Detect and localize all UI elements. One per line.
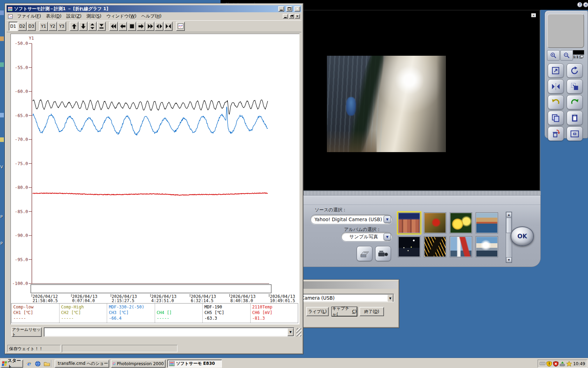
star-icon[interactable]: [566, 361, 572, 367]
desktop-icon-fragment[interactable]: [0, 137, 4, 142]
scroll-up-icon[interactable]: ▲: [506, 212, 512, 217]
desktop-icon-label-fragment: V: [0, 165, 3, 169]
thumbnail-golden-light-streaks[interactable]: [424, 236, 446, 257]
taskbar-task-1[interactable]: PhotoImpression 2000: [111, 360, 166, 368]
globe-icon[interactable]: [34, 360, 41, 367]
menu-f[interactable]: ファイル(F): [15, 13, 43, 20]
chevron-down-icon[interactable]: ▼: [387, 294, 393, 302]
menubar: ファイル(F)表示(D)設定(Z)測定(S)ウィンドウ(W)ヘルプ(H) ×: [7, 13, 301, 20]
flip-horizontal-icon[interactable]: [548, 79, 564, 94]
mdi-restore-button[interactable]: [289, 14, 294, 19]
titlebar[interactable]: ソフトサーモ計測－計測1 － [折れ線グラフ 1] ×: [7, 5, 301, 12]
cascade-icon[interactable]: [579, 55, 584, 59]
toolbar-button-y2[interactable]: Y2: [48, 22, 57, 31]
shield-error-icon[interactable]: [553, 361, 559, 367]
minimize-button[interactable]: [278, 6, 284, 12]
mdi-minimize-button[interactable]: [283, 14, 288, 19]
dialog-button-0[interactable]: ライブ(L): [306, 307, 329, 316]
start-button[interactable]: スタート: [1, 360, 23, 368]
maximize-button[interactable]: [286, 6, 292, 12]
toolbar-button-d2[interactable]: D2: [18, 22, 27, 31]
graph-icon[interactable]: [176, 22, 185, 31]
menu-s[interactable]: 測定(S): [84, 13, 104, 20]
undo-icon[interactable]: [548, 95, 564, 109]
toolbar-button-d1[interactable]: D1: [9, 22, 18, 31]
help-circle-icon[interactable]: ?: [577, 2, 582, 7]
arrow-right-icon[interactable]: [136, 22, 145, 31]
resize-grip[interactable]: [296, 328, 301, 336]
arrow-down-icon[interactable]: [79, 22, 88, 31]
arrow-left-icon[interactable]: [118, 22, 127, 31]
preview-close-icon[interactable]: ×: [531, 13, 536, 18]
toolbar-button-y1[interactable]: Y1: [39, 22, 48, 31]
keyboard-icon[interactable]: [540, 361, 545, 367]
scroll-down-icon[interactable]: ▼: [506, 257, 512, 263]
folder-icon[interactable]: [43, 360, 50, 367]
chevron-down-icon[interactable]: ▼: [287, 328, 294, 336]
expand-horizontal-icon[interactable]: [155, 22, 163, 31]
menu-d[interactable]: 表示(D): [43, 13, 64, 20]
thumbnail-ship-lighthouse[interactable]: [450, 236, 472, 257]
frame-icon[interactable]: [567, 127, 583, 141]
channel-cell: Comp-HighCH2 [℃]-----: [59, 304, 107, 323]
svg-text:-85.0: -85.0: [15, 209, 28, 214]
to-bottom-icon[interactable]: [97, 22, 106, 31]
close-button[interactable]: ×: [294, 6, 300, 12]
thumbnail-image: [476, 237, 497, 257]
chevron-down-icon[interactable]: ▼: [384, 233, 391, 240]
scrollbar-thumb[interactable]: [506, 218, 512, 233]
copy-icon[interactable]: [548, 111, 564, 125]
menu-h[interactable]: ヘルプ(H): [139, 13, 164, 20]
thumbnail-night-city-skyline[interactable]: [398, 236, 420, 257]
source-select-dropdown[interactable]: Yahoo! Digital Camera (USB) ▼: [310, 214, 392, 224]
dialog-button-1[interactable]: キャプチャ(C): [332, 307, 357, 316]
chevron-down-icon[interactable]: ▼: [384, 216, 391, 223]
delete-icon[interactable]: [548, 127, 564, 141]
toolbar-button-d3[interactable]: D3: [27, 22, 36, 31]
dialog-button-2[interactable]: 終了(D): [359, 307, 384, 316]
skip-back-icon[interactable]: [109, 22, 118, 31]
crop-icon[interactable]: [567, 79, 583, 94]
thumbnail-canyon-rock-spires[interactable]: [398, 212, 420, 233]
panel-grip[interactable]: [547, 14, 584, 48]
channel-legend: Comp-lowCH1 [℃]-----Comp-HighCH2 [℃]----…: [11, 303, 298, 323]
rotate-icon[interactable]: [567, 63, 583, 78]
arrow-up-icon[interactable]: [70, 22, 78, 31]
menu-z[interactable]: 設定(Z): [64, 13, 84, 20]
alarm-reset-button[interactable]: アラームリセット: [12, 327, 42, 337]
redo-icon[interactable]: [567, 95, 583, 109]
mdi-close-button[interactable]: ×: [295, 14, 300, 19]
scanner-button[interactable]: [357, 246, 372, 261]
expand-vertical-icon[interactable]: [88, 22, 97, 31]
svg-text:-75.0: -75.0: [15, 161, 28, 166]
thumbnail-harbor-village[interactable]: [476, 212, 498, 233]
collapse-horizontal-icon[interactable]: [164, 22, 173, 31]
album-select-dropdown[interactable]: サンプル写真 ▼: [341, 232, 392, 241]
zoom-in-icon[interactable]: [547, 50, 560, 61]
desktop-icon-fragment[interactable]: [0, 11, 4, 15]
zoom-out-icon[interactable]: [560, 50, 573, 61]
thumbnail-sunset-beach-clouds[interactable]: [476, 236, 498, 257]
desktop-icon-fragment[interactable]: [0, 62, 4, 67]
camcorder-icon: [377, 248, 389, 259]
remove-hardware-icon[interactable]: [560, 361, 565, 367]
desktop-icon-fragment[interactable]: [0, 36, 4, 41]
stop-icon[interactable]: [127, 22, 136, 31]
alarm-combobox[interactable]: ▼: [44, 327, 294, 337]
resize-icon[interactable]: [548, 63, 564, 78]
desktop-icon-fragment[interactable]: [0, 113, 4, 117]
thumbnail-yellow-flowers[interactable]: [450, 212, 472, 233]
paste-icon[interactable]: [567, 111, 583, 125]
toolbar-button-y3[interactable]: Y3: [57, 22, 66, 31]
shield-warning-icon[interactable]: !: [546, 361, 552, 367]
close-circle-icon[interactable]: ×: [583, 2, 588, 7]
taskbar-task-0[interactable]: C:\transfile.cmd へのショート...: [55, 360, 109, 368]
ok-button[interactable]: OK: [511, 226, 534, 246]
internet-explorer-icon[interactable]: e: [25, 360, 32, 367]
camera-button[interactable]: [375, 246, 391, 261]
skip-forward-icon[interactable]: [146, 22, 154, 31]
thumbnail-red-cardinal-bird[interactable]: [424, 212, 446, 233]
taskbar-task-2[interactable]: ソフトサーモ E830: [167, 360, 222, 368]
svg-text:-50.0: -50.0: [15, 41, 28, 46]
menu-w[interactable]: ウィンドウ(W): [104, 13, 139, 20]
